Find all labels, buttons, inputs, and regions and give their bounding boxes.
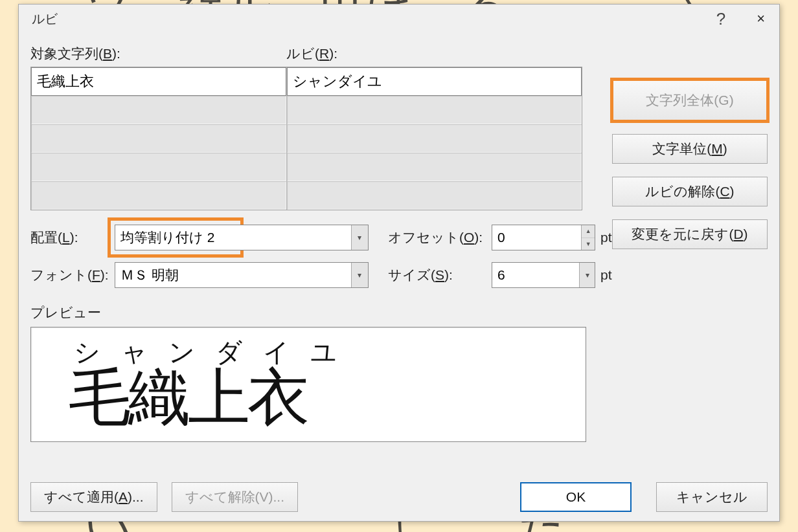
ruby-input-1[interactable]	[287, 67, 582, 96]
help-button[interactable]: ?	[710, 6, 732, 32]
size-unit: pt	[600, 267, 612, 283]
preview-box: シャンダイユ 毛織上衣	[30, 327, 586, 442]
ruby-input-5[interactable]	[287, 181, 582, 210]
ok-button[interactable]: OK	[520, 482, 632, 512]
preview-base-text: 毛織上衣	[69, 367, 307, 429]
size-combo[interactable]: ▾	[492, 262, 595, 288]
preview-label: プレビュー	[30, 304, 768, 322]
offset-label: オフセット(O):	[388, 228, 492, 247]
alignment-label: 配置(L):	[30, 228, 115, 247]
cancel-button[interactable]: キャンセル	[656, 482, 768, 512]
target-input-2[interactable]	[31, 96, 287, 124]
target-input-5[interactable]	[31, 181, 287, 210]
group-char-button[interactable]: 文字単位(M)	[612, 134, 768, 164]
restore-button[interactable]: 変更を元に戻す(D)	[612, 219, 768, 249]
dialog-title: ルビ	[32, 10, 58, 28]
offset-spinner[interactable]: ▲ ▼	[492, 225, 595, 250]
size-dropdown-icon[interactable]: ▾	[579, 263, 595, 287]
alignment-dropdown-icon[interactable]: ▾	[351, 225, 368, 250]
ruby-dialog: ルビ ? × 対象文字列(B): ルビ(R):	[18, 4, 780, 522]
ruby-label: ルビ(R):	[286, 45, 337, 63]
alignment-combo[interactable]: ▾	[115, 225, 369, 250]
ruby-input-2[interactable]	[287, 96, 582, 124]
ruby-input-3[interactable]	[287, 124, 582, 153]
font-label: フォント(F):	[30, 266, 115, 284]
offset-up-icon[interactable]: ▲	[582, 225, 595, 238]
ruby-grid	[30, 67, 582, 210]
font-dropdown-icon[interactable]: ▾	[351, 263, 368, 287]
target-input-3[interactable]	[31, 124, 287, 153]
group-whole-button[interactable]: 文字列全体(G)	[612, 80, 768, 121]
remove-all-button[interactable]: すべて解除(V)...	[172, 482, 299, 512]
alignment-input[interactable]	[115, 230, 351, 245]
size-label: サイズ(S):	[388, 266, 492, 284]
apply-all-button[interactable]: すべて適用(A)...	[30, 482, 157, 512]
ruby-input-4[interactable]	[287, 153, 582, 181]
titlebar: ルビ ? ×	[19, 5, 779, 33]
offset-down-icon[interactable]: ▼	[582, 238, 595, 250]
font-input[interactable]	[115, 267, 351, 283]
target-input-1[interactable]	[31, 67, 286, 96]
size-input[interactable]	[492, 267, 579, 283]
target-input-4[interactable]	[31, 153, 287, 181]
preview-ruby-text: シャンダイユ	[69, 340, 358, 366]
font-combo[interactable]: ▾	[115, 262, 369, 288]
remove-ruby-button[interactable]: ルビの解除(C)	[612, 177, 768, 206]
target-label: 対象文字列(B):	[30, 45, 286, 63]
offset-unit: pt	[600, 230, 612, 245]
offset-input[interactable]	[492, 225, 581, 250]
close-button[interactable]: ×	[747, 6, 774, 31]
